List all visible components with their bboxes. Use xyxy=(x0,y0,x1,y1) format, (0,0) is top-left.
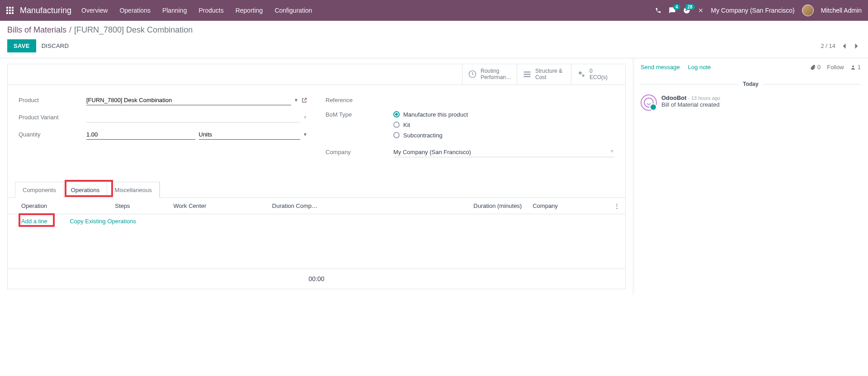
col-company[interactable]: Company xyxy=(527,198,609,214)
top-nav: Manufacturing Overview Operations Planni… xyxy=(0,0,868,21)
attachments-button[interactable]: 0 xyxy=(810,64,821,70)
chat-date-divider: Today xyxy=(641,80,861,87)
chevron-down-icon: ▼ xyxy=(610,149,614,155)
radio-manufacture[interactable]: Manufacture this product xyxy=(393,111,468,118)
svg-rect-3 xyxy=(524,76,531,78)
messages-icon[interactable]: 4 xyxy=(669,7,676,14)
svg-point-4 xyxy=(579,72,582,75)
uom-field[interactable] xyxy=(199,130,301,140)
external-link-icon[interactable] xyxy=(301,97,307,103)
chevron-down-icon[interactable]: ▼ xyxy=(303,115,307,120)
pager-prev-icon[interactable] xyxy=(840,43,848,49)
quantity-field[interactable] xyxy=(86,130,195,140)
list-icon xyxy=(523,70,532,79)
log-note-button[interactable]: Log note xyxy=(688,64,711,70)
pager-text[interactable]: 2 / 14 xyxy=(821,42,835,49)
activities-badge: 28 xyxy=(685,4,694,10)
breadcrumb-current: [FURN_7800] Desk Combination xyxy=(74,25,193,35)
nav-products[interactable]: Products xyxy=(198,7,223,14)
apps-icon[interactable] xyxy=(6,7,14,14)
radio-subcontracting[interactable]: Subcontracting xyxy=(393,132,468,139)
chevron-down-icon[interactable]: ▼ xyxy=(294,98,298,103)
svg-point-6 xyxy=(852,66,854,67)
stat-ecos[interactable]: 0 ECO(s) xyxy=(571,64,625,85)
col-work-center[interactable]: Work Center xyxy=(168,198,267,214)
label-company: Company xyxy=(326,149,393,155)
nav-configuration[interactable]: Configuration xyxy=(274,7,312,14)
col-steps[interactable]: Steps xyxy=(109,198,168,214)
company-field[interactable]: My Company (San Francisco) ▼ xyxy=(393,147,614,157)
tab-operations[interactable]: Operations xyxy=(64,182,108,198)
chatter: Send message Log note 0 Follow 1 Today O… xyxy=(633,58,868,295)
company-switcher[interactable]: My Company (San Francisco) xyxy=(711,7,795,14)
radio-icon xyxy=(393,122,400,128)
bot-avatar-icon xyxy=(641,94,657,111)
save-button[interactable]: SAVE xyxy=(7,39,36,52)
nav-right: 4 28 My Company (San Francisco) Mitchell… xyxy=(655,5,862,16)
button-box: Routing Performan… Structure & Cost xyxy=(8,64,625,85)
tab-components[interactable]: Components xyxy=(15,182,64,198)
breadcrumb-root[interactable]: Bills of Materials xyxy=(7,25,66,35)
col-operation[interactable]: Operation xyxy=(8,198,109,214)
paperclip-icon xyxy=(810,65,816,70)
pager: 2 / 14 xyxy=(821,42,861,49)
messages-badge: 4 xyxy=(673,4,680,10)
tools-icon[interactable] xyxy=(698,7,704,14)
label-product: Product xyxy=(19,97,86,103)
pager-next-icon[interactable] xyxy=(853,43,861,49)
send-message-button[interactable]: Send message xyxy=(641,64,680,70)
clock-icon xyxy=(468,70,477,79)
phone-icon[interactable] xyxy=(655,7,661,14)
nav-operations[interactable]: Operations xyxy=(119,7,150,14)
table-footer-total: 00:00 xyxy=(8,269,625,289)
label-product-variant: Product Variant xyxy=(19,114,86,121)
radio-icon xyxy=(393,111,400,118)
stat-structure-cost[interactable]: Structure & Cost xyxy=(517,64,571,85)
nav-items: Overview Operations Planning Products Re… xyxy=(81,7,312,14)
svg-rect-1 xyxy=(524,72,531,73)
nav-overview[interactable]: Overview xyxy=(81,7,108,14)
tab-content-operations: Operation Steps Work Center Duration Com… xyxy=(8,197,625,289)
radio-icon xyxy=(393,132,400,138)
brand[interactable]: Manufacturing xyxy=(20,6,71,15)
label-reference: Reference xyxy=(326,97,393,103)
user-menu[interactable]: Mitchell Admin xyxy=(821,7,862,14)
svg-point-5 xyxy=(582,75,585,77)
label-bom-type: BoM Type xyxy=(326,111,393,118)
product-field[interactable] xyxy=(86,95,291,105)
form-sheet: Routing Performan… Structure & Cost xyxy=(7,64,626,289)
message-author: OdooBot xyxy=(661,94,687,101)
followers-count[interactable]: 1 xyxy=(850,64,861,70)
message-time: - 13 hours ago xyxy=(688,95,720,101)
add-a-line-link[interactable]: Add a line xyxy=(21,218,47,225)
message-item: OdooBot - 13 hours ago Bill of Material … xyxy=(633,92,868,113)
radio-kit[interactable]: Kit xyxy=(393,122,468,128)
col-duration-comp[interactable]: Duration Comp… xyxy=(267,198,394,214)
bom-type-radiogroup: Manufacture this product Kit Subcontract… xyxy=(393,111,468,139)
kebab-icon[interactable]: ⋮ xyxy=(614,202,620,209)
message-text: Bill of Material created xyxy=(661,101,720,108)
user-icon xyxy=(850,65,856,70)
product-variant-field[interactable] xyxy=(86,113,300,122)
col-duration-minutes[interactable]: Duration (minutes) xyxy=(394,198,528,214)
user-avatar[interactable] xyxy=(802,5,814,16)
stat-routing-performance[interactable]: Routing Performan… xyxy=(462,64,517,85)
breadcrumb-sep: / xyxy=(69,25,71,35)
chevron-down-icon[interactable]: ▼ xyxy=(303,132,307,137)
follow-button[interactable]: Follow xyxy=(827,64,844,70)
svg-point-7 xyxy=(644,98,653,107)
tab-miscellaneous[interactable]: Miscellaneous xyxy=(107,182,159,198)
activities-icon[interactable]: 28 xyxy=(683,7,690,14)
breadcrumb: Bills of Materials / [FURN_7800] Desk Co… xyxy=(7,25,861,35)
notebook-tabs: Components Operations Miscellaneous xyxy=(15,182,160,198)
label-quantity: Quantity xyxy=(19,131,86,138)
nav-reporting[interactable]: Reporting xyxy=(236,7,263,14)
discard-button[interactable]: DISCARD xyxy=(42,42,69,49)
col-options[interactable]: ⋮ xyxy=(609,198,625,214)
nav-planning[interactable]: Planning xyxy=(162,7,187,14)
cogs-icon xyxy=(577,70,586,79)
svg-rect-2 xyxy=(524,74,531,75)
